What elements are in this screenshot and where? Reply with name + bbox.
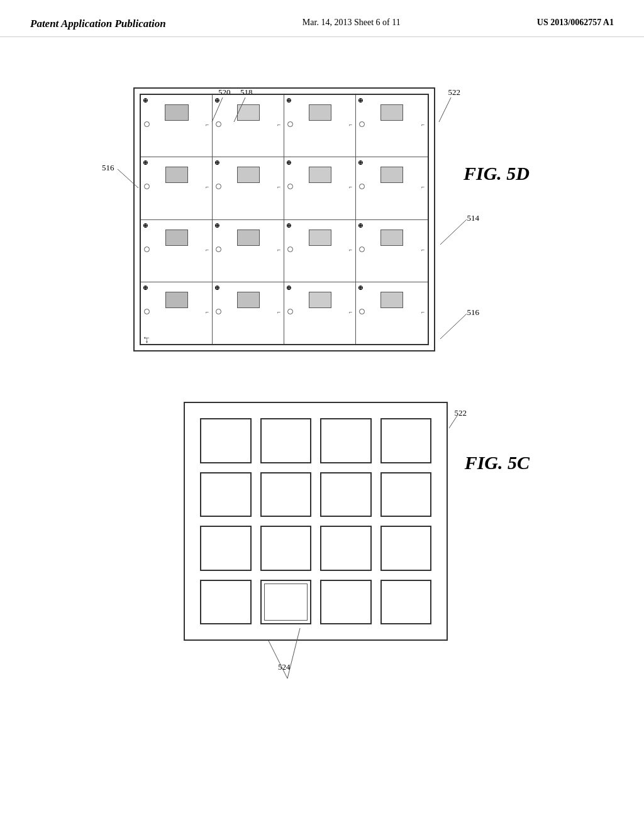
fig5c-cell-6 xyxy=(260,472,312,517)
fig5d-outer-frame: ⊕ ⌐ ⊕ ⌐ xyxy=(133,87,435,351)
ref-524-label: 524 xyxy=(278,662,291,672)
ref-516-right-label: 516 xyxy=(467,307,480,318)
svg-line-3 xyxy=(440,219,467,245)
fig5c-cell-12 xyxy=(380,526,432,571)
svg-line-8 xyxy=(269,641,287,678)
cell-2-4: ⊕ ⌐ xyxy=(356,157,428,219)
ref-522-top-label: 522 xyxy=(448,87,461,97)
sheet-info: Mar. 14, 2013 Sheet 6 of 11 xyxy=(303,18,401,28)
fig5c-cell-5 xyxy=(200,472,252,517)
fig5d-row-2: ⊕ ⌐ ⊕ ⌐ xyxy=(141,157,428,219)
publication-label: Patent Application Publication xyxy=(30,18,166,30)
page-header: Patent Application Publication Mar. 14, … xyxy=(0,0,644,37)
ref-516-left-label: 516 xyxy=(102,163,114,173)
fig5c-cell-14 xyxy=(260,580,312,625)
fig5c-cell-16 xyxy=(380,580,432,625)
fig5d-row-3: ⊕ ⌐ ⊕ ⌐ xyxy=(141,220,428,282)
fig5c-cell-10 xyxy=(260,526,312,571)
fig5d-title: FIG. 5D xyxy=(464,163,530,184)
cell-4-4: ⊕ ⌐ xyxy=(356,282,428,344)
fig5d-inner-frame: ⊕ ⌐ ⊕ ⌐ xyxy=(140,94,429,345)
fig5c-cell-4 xyxy=(380,418,432,463)
patent-number: US 2013/0062757 A1 xyxy=(537,18,614,28)
cell-2-1: ⊕ ⌐ xyxy=(141,157,213,219)
main-content: 520 518 522 516 514 516 ⊕ ⌐ xyxy=(0,37,644,660)
fig5c-cell-2 xyxy=(260,418,312,463)
fig5c-cell-9 xyxy=(200,526,252,571)
fig5c-title: FIG. 5C xyxy=(465,452,530,473)
fig5c-outer-frame xyxy=(184,402,448,641)
fig5d-row-4: ⊕ ⌐ ⊕ ⌐ xyxy=(141,282,428,344)
cell-4-1: ⊕ ⌐ xyxy=(141,282,213,344)
cell-4-3: ⊕ ⌐ xyxy=(284,282,356,344)
cell-3-2: ⊕ ⌐ xyxy=(213,220,284,282)
fig5c-cell-15 xyxy=(320,580,372,625)
fig5d-row-1: ⊕ ⌐ ⊕ ⌐ xyxy=(141,95,428,157)
ref-514-label: 514 xyxy=(467,213,480,223)
cell-3-4: ⊕ ⌐ xyxy=(356,220,428,282)
cell-1-4: ⊕ ⌐ xyxy=(356,95,428,157)
ref-522-fig5c-label: 522 xyxy=(455,408,467,418)
cell-1-1: ⊕ ⌐ xyxy=(141,95,213,157)
cell-3-1: ⊕ ⌐ xyxy=(141,220,213,282)
fig5c-cell-13 xyxy=(200,580,252,625)
cell-1-2: ⊕ ⌐ xyxy=(213,95,284,157)
cell-3-3: ⊕ ⌐ xyxy=(284,220,356,282)
fig5c-cell-7 xyxy=(320,472,372,517)
cell-1-3: ⊕ ⌐ xyxy=(284,95,356,157)
fig5c-grid xyxy=(185,403,447,639)
fig5c-cell-11 xyxy=(320,526,372,571)
svg-line-2 xyxy=(439,97,451,122)
cell-2-2: ⊕ ⌐ xyxy=(213,157,284,219)
fig5c-cell-1 xyxy=(200,418,252,463)
fig5c-cell-3 xyxy=(320,418,372,463)
cell-4-2: ⊕ ⌐ xyxy=(213,282,284,344)
svg-line-4 xyxy=(440,314,467,339)
cell-2-3: ⊕ ⌐ xyxy=(284,157,356,219)
fig5c-cell-8 xyxy=(380,472,432,517)
arrow-down-indicator: ↓ xyxy=(145,335,149,345)
